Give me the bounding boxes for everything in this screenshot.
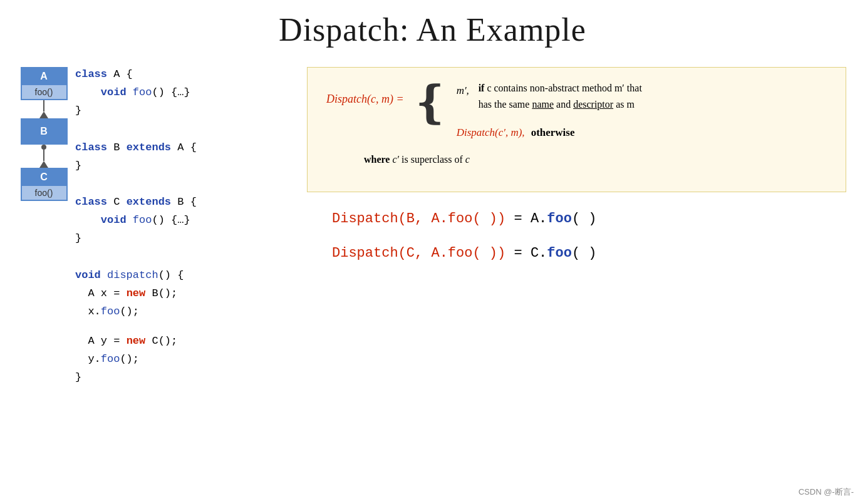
class-c-method: foo() — [22, 185, 66, 200]
connector-bc — [19, 145, 69, 168]
gap-2 — [75, 175, 197, 193]
class-a-method: foo() — [22, 85, 66, 99]
dispatch-label: Dispatch(c, m) = — [326, 88, 404, 110]
definition-box: Dispatch(c, m) = ❴ m′, if c contains non… — [307, 67, 846, 192]
page-title: Dispatch: An Example — [0, 0, 865, 61]
example1-paren-red: ( )) — [472, 211, 505, 227]
connector-ab — [19, 100, 69, 118]
class-a-header: A — [22, 68, 66, 85]
class-box-c: C foo() — [21, 168, 68, 201]
example2-foo-red: foo — [448, 245, 473, 261]
def-where: where c′ is superclass of c — [326, 150, 827, 170]
code-line-d5: y.foo(); — [75, 351, 197, 369]
v-line-2 — [43, 150, 44, 161]
dispatch-example-2: Dispatch(C, A.foo( )) = C.foo( ) — [313, 245, 846, 261]
code-line-a3: } — [75, 102, 197, 120]
example2-text: Dispatch(C, A.foo( )) = C.foo( ) — [332, 245, 597, 261]
example2-paren-red: ( )) — [472, 245, 505, 261]
code-line-c2: void foo() {…} — [75, 212, 197, 230]
def-row-main: Dispatch(c, m) = ❴ m′, if c contains non… — [326, 80, 827, 143]
class-b-header: B — [22, 120, 66, 143]
example1-text: Dispatch(B, A.foo( )) = A.foo( ) — [332, 211, 597, 227]
class-c-header: C — [22, 169, 66, 185]
code-line-b1: class B extends A { — [75, 139, 197, 157]
dispatch-examples: Dispatch(B, A.foo( )) = A.foo( ) Dispatc… — [307, 205, 846, 261]
example2-dispatch-red: Dispatch(C, A. — [332, 245, 448, 261]
case1-value: m′, — [457, 80, 472, 101]
def-case-1: m′, if c contains non-abstract method m′… — [457, 80, 642, 112]
case1-name-underline: name — [532, 99, 554, 110]
gap-3 — [75, 248, 197, 267]
watermark: CSDN @-断言- — [799, 486, 854, 498]
gap-1 — [75, 120, 197, 139]
dispatch-example-1: Dispatch(B, A.foo( )) = A.foo( ) — [313, 211, 846, 227]
big-brace: ❴ — [412, 80, 449, 125]
code-line-d3: x.foo(); — [75, 303, 197, 321]
example1-equals: = — [514, 211, 530, 227]
where-text: where c′ is superclass of c — [364, 154, 470, 165]
case1-descriptor-underline: descriptor — [573, 99, 613, 110]
case1-text: if c contains non-abstract method m′ tha… — [479, 80, 642, 112]
code-line-d4: A y = new C(); — [75, 332, 197, 351]
case1-line2: has the same name and descriptor as m — [479, 96, 642, 113]
class-diagram: A foo() B — [19, 61, 69, 386]
code-line-a2: void foo() {…} — [75, 84, 197, 102]
example2-equals: = — [514, 245, 530, 261]
example1-result: A.foo( ) — [531, 211, 597, 227]
code-line-c1: class C extends B { — [75, 193, 197, 212]
class-box-b: B — [21, 118, 68, 145]
example1-dispatch-red: Dispatch(B, A. — [332, 211, 448, 227]
code-line-a1: class A { — [75, 66, 197, 84]
example1-foo-red: foo — [448, 211, 473, 227]
arrow-2 — [39, 161, 48, 168]
left-panel: A foo() B — [19, 61, 282, 386]
dot-bc — [41, 145, 46, 150]
dispatch-label-container: Dispatch(c, m) = — [326, 80, 404, 110]
gap-4 — [75, 321, 197, 332]
code-line-c3: } — [75, 230, 197, 248]
case2-value: Dispatch(c′, m), — [457, 122, 525, 143]
v-line-1 — [43, 100, 44, 111]
case1-line1: if c contains non-abstract method m′ tha… — [479, 80, 642, 96]
example2-result: C.foo( ) — [531, 245, 597, 261]
code-line-d2: A x = new B(); — [75, 285, 197, 303]
def-case-2: Dispatch(c′, m), otherwise — [457, 122, 642, 143]
arrow-1 — [39, 111, 48, 118]
def-cases: m′, if c contains non-abstract method m′… — [457, 80, 642, 143]
case2-condition: otherwise — [531, 122, 575, 143]
diagram-boxes: A foo() B — [19, 67, 69, 201]
right-panel: Dispatch(c, m) = ❴ m′, if c contains non… — [307, 61, 846, 386]
code-line-d1: void dispatch() { — [75, 267, 197, 285]
class-box-a: A foo() — [21, 67, 68, 100]
code-line-b2: } — [75, 157, 197, 175]
code-line-d6: } — [75, 369, 197, 387]
code-block: class A { void foo() {…} } class B exten… — [75, 61, 197, 386]
